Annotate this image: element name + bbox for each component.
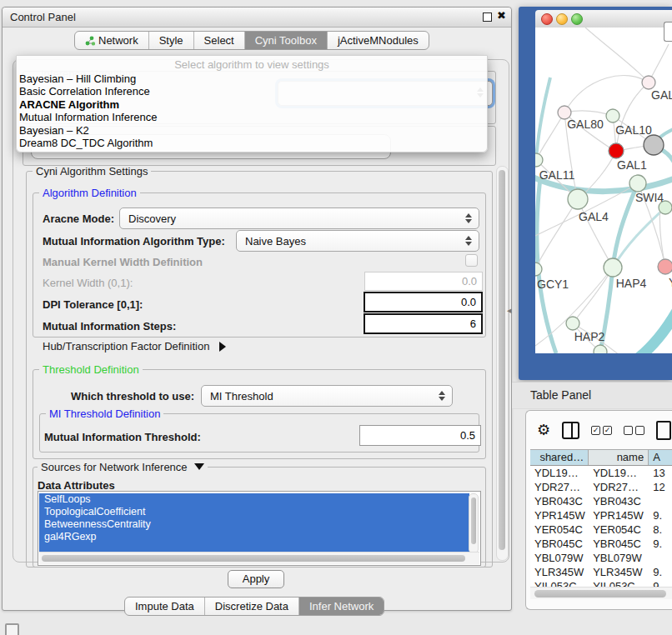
algorithm-option[interactable]: Basic Correlation Inference (17, 85, 487, 98)
cutoff-widget-box (664, 22, 672, 42)
algorithm-option[interactable]: Bayesian – Hill Climbing (17, 72, 487, 85)
table-cell: YBR045C (530, 537, 589, 551)
new-table-icon[interactable] (656, 421, 671, 440)
control-panel-titlebar[interactable]: Control Panel ✖ (3, 8, 511, 28)
node-bottom-green[interactable] (594, 345, 607, 353)
node-GAL10[interactable] (606, 109, 619, 122)
attribute-item[interactable]: SelfLoops (39, 493, 469, 506)
algorithm-option[interactable]: Bayesian – K2 (17, 124, 487, 137)
dpi-tolerance-field[interactable]: 0.0 (364, 292, 483, 312)
table-row[interactable]: YER054CYER054C8. (530, 522, 672, 537)
mi-algorithm-type-label: Mutual Information Algorithm Type: (43, 235, 225, 248)
table-cell: 8. (649, 522, 672, 537)
table-cell: YLR345W (530, 565, 589, 579)
cyni-algorithm-settings-label: Cyni Algorithm Settings (33, 166, 151, 177)
table-row[interactable]: YDL19…YDL19…13 (530, 466, 672, 480)
algorithm-option[interactable]: Mutual Information Inference (17, 111, 487, 123)
node-gray-node[interactable] (644, 135, 664, 155)
attributes-vscrollbar[interactable] (469, 493, 479, 553)
table-row[interactable]: YLR345WYLR345W9. (530, 565, 672, 579)
node-GCY1[interactable] (535, 262, 542, 276)
settings-scrollbar[interactable] (496, 166, 509, 561)
network-view-window: GALGAL80GAL10GAL1GAL11SWI4GAL4GCY1HAP4YH… (519, 7, 672, 380)
table-cell: YLR345W (589, 565, 649, 579)
minimize-window-icon[interactable] (556, 13, 568, 25)
table-cell: YPR145W (530, 508, 589, 522)
table-hscrollbar[interactable] (530, 587, 672, 599)
gear-icon[interactable]: ⚙ (537, 422, 550, 438)
mi-threshold-field[interactable]: 0.5 (359, 425, 481, 446)
attribute-item[interactable]: gal4RGexp (39, 531, 469, 543)
columns-icon[interactable] (562, 422, 579, 439)
attribute-item[interactable]: BetweennessCentrality (39, 518, 469, 531)
node-HAP4[interactable] (604, 258, 622, 277)
table-cell: YDL19… (530, 466, 589, 480)
tab-network[interactable]: Network (75, 32, 149, 49)
node-label-salmon-cut: Y (669, 276, 672, 289)
table-row[interactable]: YBR045CYBR045C9. (530, 537, 672, 551)
table-cell: 9. (649, 508, 672, 522)
tab-jactivemnodules[interactable]: jActiveMNodules (328, 32, 429, 49)
deselect-all-columns-icon[interactable] (624, 426, 644, 435)
tab-infer-network[interactable]: Infer Network (299, 598, 384, 615)
select-all-columns-icon[interactable]: ✓✓ (591, 426, 612, 435)
column-header-3[interactable]: A (649, 450, 672, 465)
top-tab-strip: NetworkStyleSelectCyni ToolboxjActiveMNo… (74, 31, 429, 50)
node-GAL4[interactable] (568, 189, 588, 209)
node-label-gal-cut: GAL (651, 88, 672, 102)
table-cell: 12 (649, 480, 672, 494)
node-GAL1[interactable] (609, 143, 624, 158)
column-header-1[interactable]: shared… (530, 450, 589, 465)
table-row[interactable]: YIL053CYIL053C9. (530, 579, 672, 587)
mi-steps-field[interactable]: 6 (364, 313, 483, 334)
table-container: ⚙ ✓✓ shared…nameA YDL19…YDL19…13YDR27…YD… (525, 410, 672, 610)
bottom-left-panel-icon[interactable] (5, 623, 19, 635)
close-panel-icon[interactable]: ✖ (497, 9, 506, 22)
data-attributes-label: Data Attributes (38, 479, 115, 492)
table-cell: 9. (649, 565, 672, 579)
node-salmon-cut[interactable] (658, 259, 672, 274)
aracne-mode-value: Discovery (120, 212, 462, 225)
which-threshold-combo[interactable]: MI Threshold (201, 385, 453, 407)
tab-discretize-data[interactable]: Discretize Data (205, 598, 299, 615)
tab-cyni-toolbox[interactable]: Cyni Toolbox (245, 32, 328, 49)
aracne-mode-combo[interactable]: Discovery (119, 208, 479, 229)
tab-select[interactable]: Select (194, 32, 245, 49)
mi-algorithm-type-combo[interactable]: Naive Bayes (236, 230, 479, 252)
table-row[interactable]: YBR043CYBR043C (530, 494, 672, 508)
table-cell: YER054C (589, 522, 649, 537)
table-row[interactable]: YDR27…YDR27…12 (530, 480, 672, 494)
table-row[interactable]: YBL079WYBL079W (530, 551, 672, 565)
close-window-icon[interactable] (541, 13, 553, 25)
hub-tf-expander[interactable]: Hub/Transcription Factor Definition (43, 340, 226, 352)
table-row[interactable]: YPR145WYPR145W9. (530, 508, 672, 522)
tab-impute-data[interactable]: Impute Data (125, 598, 205, 615)
node-HAP2[interactable] (566, 317, 579, 330)
algorithm-option[interactable]: Dream8 DC_TDC Algorithm (17, 137, 487, 149)
node-gal-cut[interactable] (642, 76, 655, 89)
attributes-hscrollbar[interactable] (39, 552, 479, 564)
attribute-item[interactable]: TopologicalCoefficient (39, 506, 469, 518)
kernel-width-field[interactable]: 0.0 (364, 272, 483, 291)
tab-style[interactable]: Style (149, 32, 194, 49)
network-canvas[interactable]: GALGAL80GAL10GAL1GAL11SWI4GAL4GCY1HAP4YH… (535, 28, 672, 353)
table-cell: YIL053C (530, 579, 589, 587)
splitter-collapse-arrow[interactable]: ◂ (507, 305, 512, 316)
table-header-row: shared…nameA (530, 449, 672, 466)
node-SWI4[interactable] (629, 175, 646, 192)
algorithm-option[interactable]: ARACNE Algorithm (17, 98, 487, 111)
network-tab-icon (85, 36, 95, 46)
mi-steps-label: Mutual Information Steps: (43, 320, 176, 332)
float-panel-icon[interactable] (483, 12, 492, 22)
table-cell: YDR27… (589, 480, 649, 494)
manual-kernel-width-checkbox[interactable] (465, 254, 478, 267)
data-attributes-list[interactable]: SelfLoopsTopologicalCoefficientBetweenne… (38, 491, 481, 566)
node-label-GAL1: GAL1 (617, 158, 647, 172)
column-header-2[interactable]: name (589, 450, 649, 465)
apply-button[interactable]: Apply (228, 570, 284, 588)
zoom-window-icon[interactable] (571, 13, 583, 25)
network-window-titlebar[interactable] (535, 10, 672, 28)
table-cell (649, 551, 672, 565)
manual-kernel-width-label: Manual Kernel Width Definition (43, 256, 203, 268)
sources-group-label[interactable]: Sources for Network Inference (38, 462, 208, 472)
